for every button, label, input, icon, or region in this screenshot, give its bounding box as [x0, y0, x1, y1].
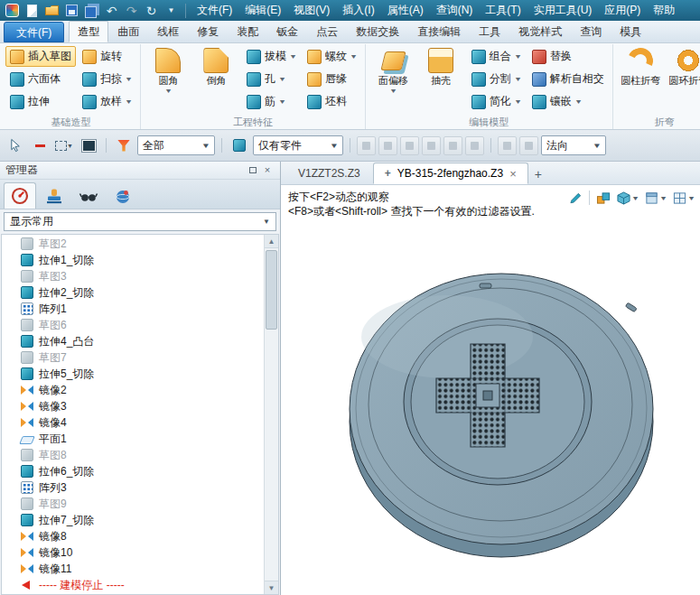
ribbon-button[interactable]: 圆角 ▼ [145, 45, 192, 98]
scroll-down-arrow-icon[interactable]: ▼ [265, 581, 278, 594]
undo-button[interactable]: ↶ [102, 2, 121, 19]
tree-item[interactable]: 草图6 [2, 317, 264, 333]
ribbon-tab[interactable]: 装配 [228, 21, 267, 42]
ribbon-button[interactable]: 插入草图 ▼ [5, 46, 76, 67]
window-layout-dropdown[interactable]: ▼ [671, 189, 696, 207]
ribbon-button[interactable]: 六面体 ▼ [5, 69, 76, 89]
tree-item[interactable]: 镜像3 [2, 398, 264, 414]
tab-history-manager[interactable] [4, 182, 36, 209]
save-all-button[interactable] [82, 2, 101, 19]
tree-item[interactable]: 拉伸1_切除 [2, 252, 264, 268]
menubar-item[interactable]: 属性(A) [381, 0, 430, 21]
ribbon-button[interactable]: 镶嵌 ▼ [527, 91, 609, 112]
close-tab-icon[interactable]: × [509, 168, 517, 180]
menubar-item[interactable]: 查询(N) [430, 0, 480, 21]
ribbon-button[interactable]: 组合 ▼ [467, 46, 526, 67]
tree-item[interactable]: 镜像2 [2, 382, 264, 398]
menubar-item[interactable]: 工具(T) [479, 0, 527, 21]
ribbon-button[interactable]: 简化 ▼ [467, 91, 526, 112]
ribbon-button[interactable]: 坯料 ▼ [303, 91, 361, 112]
shade-mode-dropdown[interactable]: ▼ [615, 189, 640, 207]
ribbon-button[interactable]: 螺纹 ▼ [303, 46, 361, 67]
tree-item[interactable]: 草图9 [2, 496, 264, 512]
ribbon-tab[interactable]: 查询 [571, 21, 611, 42]
tab-visual-manager[interactable] [72, 182, 105, 209]
tab-session-manager[interactable] [107, 182, 139, 209]
view-orientation-dropdown[interactable]: ▼ [643, 189, 668, 207]
tree-item[interactable]: 草图3 [2, 268, 264, 284]
tree-item[interactable]: 镜像4 [2, 414, 264, 431]
tree-item[interactable]: 草图2 [2, 236, 264, 252]
filter-button[interactable] [113, 135, 135, 156]
pick-scope-dropdown[interactable]: 仅有零件 ▼ [253, 135, 343, 155]
new-file-button[interactable] [23, 2, 42, 19]
tab-assembly-manager[interactable] [38, 182, 70, 209]
ribbon-tab[interactable]: 工具 [470, 21, 509, 42]
tree-item[interactable]: 镜像10 [2, 544, 264, 561]
ribbon-button[interactable]: 抽壳 ▼ [417, 45, 465, 98]
tree-item[interactable]: 拉伸5_切除 [2, 366, 264, 382]
ribbon-tab[interactable]: 直接编辑 [408, 21, 470, 42]
ribbon-tab[interactable]: 数据交换 [347, 21, 408, 42]
part-filter-button[interactable] [229, 135, 250, 156]
tree-item[interactable]: 阵列3 [2, 479, 264, 496]
new-document-tab-button[interactable]: + [529, 164, 547, 184]
pick-filter-icon-1[interactable] [357, 136, 376, 155]
ribbon-button[interactable]: 孔 ▼ [242, 69, 301, 89]
ribbon-tab[interactable]: 钣金 [267, 21, 307, 42]
tree-item[interactable]: 拉伸4_凸台 [2, 333, 264, 349]
normal-mode-dropdown[interactable]: 法向 ▼ [541, 135, 606, 155]
document-tab[interactable]: V1ZZT2S.Z3 [286, 163, 372, 184]
select-tool-button[interactable] [5, 135, 26, 156]
pick-filter-icon-2[interactable] [378, 136, 397, 155]
ribbon-button[interactable]: 拉伸 ▼ [5, 91, 76, 112]
scroll-up-arrow-icon[interactable]: ▲ [265, 235, 278, 248]
menubar-item[interactable]: 插入(I) [336, 0, 380, 21]
ribbon-tab[interactable]: 线框 [148, 21, 188, 42]
snap-tool-icon-2[interactable] [519, 136, 538, 155]
ribbon-tab[interactable]: 点云 [307, 21, 347, 42]
entity-filter-dropdown[interactable]: 全部 ▼ [137, 135, 215, 155]
menubar-item[interactable]: 编辑(E) [238, 0, 287, 21]
ribbon-tab[interactable]: 视觉样式 [509, 21, 571, 42]
edit-sketch-button[interactable] [567, 189, 584, 207]
pick-filter-icon-4[interactable] [422, 136, 441, 155]
material-button[interactable] [594, 189, 612, 207]
tree-item[interactable]: 拉伸7_切除 [2, 512, 264, 528]
tree-item[interactable]: 平面1 [2, 431, 264, 447]
refresh-button[interactable]: ↻ [142, 2, 161, 19]
pick-filter-icon-5[interactable] [443, 136, 462, 155]
ribbon-button[interactable]: 面偏移 ▼ [369, 45, 417, 98]
app-logo[interactable] [3, 2, 22, 19]
menubar-item[interactable]: 实用工具(U) [527, 0, 599, 21]
ribbon-tab[interactable]: 造型 [69, 21, 108, 42]
ribbon-tab[interactable]: 修复 [188, 21, 228, 42]
ribbon-button[interactable]: 替换 ▼ [527, 46, 609, 67]
tree-item[interactable]: 拉伸6_切除 [2, 463, 264, 479]
ribbon-tab[interactable]: 模具 [611, 21, 650, 42]
tree-item[interactable]: 草图8 [2, 447, 264, 463]
panel-close-button[interactable]: × [260, 164, 275, 177]
snap-tool-icon-1[interactable] [498, 136, 517, 155]
tree-item[interactable]: 草图7 [2, 349, 264, 366]
menubar-item[interactable]: 视图(V) [287, 0, 336, 21]
ribbon-button[interactable]: 唇缘 ▼ [303, 69, 361, 89]
ribbon-tab[interactable]: 曲面 [108, 21, 148, 42]
ribbon-button[interactable]: 圆环折弯 ▼ [665, 45, 700, 87]
tree-item[interactable]: ----- 建模停止 ----- [2, 577, 264, 593]
tree-view-filter-dropdown[interactable]: 显示常用 ▼ [4, 212, 276, 231]
ribbon-button[interactable]: 扫掠 ▼ [78, 69, 136, 89]
pick-filter-icon-3[interactable] [400, 136, 419, 155]
tree-item[interactable]: 镜像11 [2, 561, 264, 577]
scrollbar-thumb[interactable] [266, 250, 277, 330]
tree-item[interactable]: 镜像8 [2, 528, 264, 544]
file-menu-button[interactable]: 文件(F) [4, 22, 64, 42]
ribbon-button[interactable]: 解析自相交 ▼ [527, 69, 609, 89]
ribbon-button[interactable]: 拔模 ▼ [242, 46, 301, 67]
highlight-color-swatch[interactable] [78, 135, 99, 156]
pick-filter-icon-6[interactable] [465, 136, 484, 155]
redo-button[interactable]: ↷ [122, 2, 141, 19]
ribbon-button[interactable]: 倒角 ▼ [192, 45, 240, 98]
ribbon-button[interactable]: 旋转 ▼ [78, 46, 136, 67]
ribbon-button[interactable]: 筋 ▼ [242, 91, 301, 112]
